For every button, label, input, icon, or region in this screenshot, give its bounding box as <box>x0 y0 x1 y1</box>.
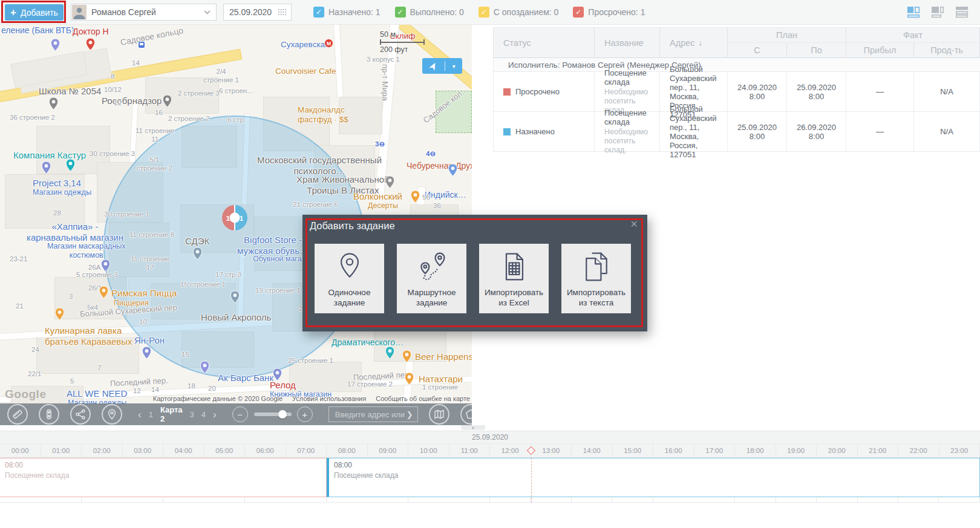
header-fact[interactable]: Факт <box>846 27 980 42</box>
header-fact-duration[interactable]: Прод-ть <box>914 42 980 58</box>
header-plan-to[interactable]: По <box>787 42 846 58</box>
close-icon[interactable]: × <box>630 218 638 230</box>
ruler-button[interactable] <box>7 404 28 425</box>
map-pin-button[interactable] <box>429 404 449 425</box>
cell-status[interactable]: Просрочено <box>493 72 595 112</box>
executor-select[interactable]: Романов Сергей <box>71 4 217 21</box>
view-toggles <box>907 0 970 24</box>
map-attribution: Картографические данные © 2020 Google Ус… <box>153 395 470 402</box>
chevron-left-icon[interactable]: ‹ <box>138 409 142 420</box>
map-label: Московский государственныйпсихолого… <box>257 155 382 176</box>
chevron-right-icon[interactable]: › <box>213 409 217 420</box>
modal-option-route-pins[interactable]: Маршрутноезадание <box>397 244 466 313</box>
cell-arrived[interactable]: — <box>846 72 914 112</box>
top-toolbar: + Добавить Романов Сергей 25.09.2020 ✓На… <box>0 0 980 25</box>
school-pin-icon <box>48 97 59 112</box>
map-label: ALL WE NEED <box>67 388 127 399</box>
navigation-button[interactable]: ▾ <box>422 58 462 74</box>
modal-option-text-docs[interactable]: Импортироватьиз текста <box>561 244 631 313</box>
zoom-out-button[interactable]: − <box>232 406 248 422</box>
group-header: Исполнитель: Романов Сергей (Менеджер Се… <box>493 58 980 72</box>
route-button[interactable] <box>70 404 91 425</box>
map-label: 36 <box>433 202 441 210</box>
map-label: Project 3,14 <box>33 178 81 189</box>
chevron-right-icon[interactable]: ❯ <box>407 410 413 419</box>
header-name[interactable]: Название <box>595 27 660 58</box>
map-label: 14 <box>132 59 140 68</box>
header-address[interactable]: Адрес↓ <box>660 27 728 58</box>
report-error-link[interactable]: Сообщить об ошибке на карте <box>376 395 470 402</box>
zoom-in-button[interactable]: + <box>297 406 313 422</box>
map-label: 6 стр... <box>227 116 250 125</box>
date-input[interactable]: 25.09.2020 <box>223 4 292 21</box>
timeline-task-assigned[interactable]: 08:00Посещение склада <box>327 458 980 497</box>
teal-pin-icon <box>385 346 395 362</box>
add-button-label: Добавить <box>21 8 58 18</box>
zoom-slider-thumb[interactable] <box>278 410 287 419</box>
task-time: 08:00 <box>334 461 975 469</box>
map-page-1[interactable]: 1 <box>149 410 153 419</box>
food-pin-icon <box>99 285 109 301</box>
modal-option-single-pin[interactable]: Одиночноезадание <box>315 244 384 313</box>
status-filter-3[interactable]: ✓С опозданием: 0 <box>479 7 559 18</box>
status-filter-label: Назначено: 1 <box>328 7 381 17</box>
traffic-button[interactable] <box>39 404 59 425</box>
cell-to[interactable]: 25.09.2020 8:00 <box>787 72 846 112</box>
map-label: 19 строение 1 <box>255 287 301 295</box>
calendar-icon[interactable] <box>278 8 287 16</box>
header-fact-arrived[interactable]: Прибыл <box>846 42 914 58</box>
layout-left-icon[interactable] <box>931 6 946 18</box>
modal-option-label: Импортироватьиз Excel <box>485 287 543 308</box>
status-filter-1[interactable]: ✓Назначено: 1 <box>313 7 381 18</box>
cell-from[interactable]: 25.09.2020 8:00 <box>728 112 787 152</box>
task-title: Посещение склада <box>5 471 321 480</box>
red-pin-icon <box>85 37 96 53</box>
cell-name[interactable]: Посещение складаНеобходимо посетить скла… <box>595 112 660 152</box>
address-search-input[interactable] <box>334 409 407 420</box>
map-page-3[interactable]: 3 <box>190 410 194 419</box>
cell-name[interactable]: Посещение складаНеобходимо посетить скла… <box>595 72 660 112</box>
cell-from[interactable]: 24.09.2020 8:00 <box>728 72 787 112</box>
header-plan-from[interactable]: С <box>728 42 787 58</box>
layout-split-icon[interactable] <box>907 6 922 18</box>
attribution-text: Картографические данные © 2020 Google <box>153 395 283 402</box>
status-filter-4[interactable]: ✓Просрочено: 1 <box>573 7 645 18</box>
layout-rows-icon[interactable] <box>955 6 970 18</box>
cell-status[interactable]: Назначено <box>493 112 595 152</box>
checkbox-icon[interactable]: ✓ <box>395 7 406 18</box>
sort-descending-icon[interactable]: ↓ <box>699 38 703 47</box>
hour-cell: 10:00 <box>408 444 449 457</box>
map-label: 21 строение 6 <box>293 201 338 209</box>
polygon-button[interactable] <box>460 404 472 425</box>
timeline-tracks: 08:00Посещение склада08:00Посещение скла… <box>0 458 980 497</box>
map-page-2[interactable]: Карта 2 <box>160 405 183 423</box>
date-value: 25.09.2020 <box>229 7 278 17</box>
cell-to[interactable]: 26.09.2020 8:00 <box>787 112 846 152</box>
map-page-4[interactable]: 4 <box>201 410 206 419</box>
map-label: 22/1 <box>28 370 41 379</box>
chevron-down-icon[interactable]: ▾ <box>452 63 456 70</box>
timeline-collapse-handle[interactable]: ▾ <box>461 425 485 430</box>
map-label: 12 <box>114 99 122 108</box>
cell-duration[interactable]: N/A <box>914 72 980 112</box>
checkbox-icon[interactable]: ✓ <box>479 7 489 18</box>
terms-link[interactable]: Условия использования <box>292 395 366 402</box>
cell-duration[interactable]: N/A <box>914 112 980 152</box>
checkbox-icon[interactable]: ✓ <box>313 7 324 18</box>
location-button[interactable] <box>102 404 122 425</box>
map-label: 28 <box>53 209 61 218</box>
modal-option-excel-doc[interactable]: Импортироватьиз Excel <box>479 244 549 313</box>
header-plan[interactable]: План <box>728 27 846 42</box>
checkbox-icon[interactable]: ✓ <box>573 7 584 18</box>
cluster-marker[interactable]: 11 <box>221 204 248 231</box>
status-color-icon <box>503 88 511 96</box>
add-button[interactable]: + Добавить <box>5 4 64 21</box>
status-filter-2[interactable]: ✓Выполнено: 0 <box>395 7 464 18</box>
zoom-slider[interactable] <box>254 412 292 416</box>
header-status[interactable]: Статус <box>493 27 595 58</box>
timeline-task-overdue[interactable]: 08:00Посещение склада <box>0 458 327 497</box>
cell-address[interactable]: Большой Сухаревский пер., 11, Москва, Ро… <box>660 112 728 152</box>
cell-arrived[interactable]: — <box>846 112 914 152</box>
timeline: ▾ 25.09.2020 00:0001:0002:0003:0004:0005… <box>0 425 980 528</box>
map-label: 2/4строение 1 <box>203 68 239 84</box>
